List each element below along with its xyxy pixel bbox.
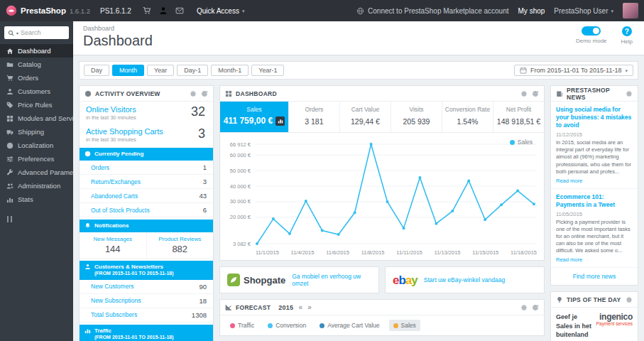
kpi-net-profit[interactable]: Net Profit 148 918,51 € xyxy=(493,102,544,132)
customers-newsletters-title: Customers & Newsletters xyxy=(94,264,163,270)
ebay-promo-link[interactable]: Start uw eBay-winkel vandaag xyxy=(424,276,505,283)
kpi-visits-label: Visits xyxy=(391,106,442,113)
forecast-panel-title: FORECAST xyxy=(236,304,271,311)
sidebar-item-shipping[interactable]: Shipping xyxy=(0,125,73,139)
filter-year-button[interactable]: Year xyxy=(147,65,174,77)
pending-orders-link[interactable]: Orders xyxy=(91,164,109,171)
filter-month-1-button[interactable]: Month-1 xyxy=(211,65,249,77)
sidebar-item-preferences[interactable]: Preferences xyxy=(0,152,73,166)
search-input[interactable] xyxy=(21,29,65,36)
forecast-legend-label: Sales xyxy=(401,322,416,329)
shopgate-promo-link[interactable]: Ga mobiel en verhoog uw omzet xyxy=(292,273,371,287)
sidebar-item-orders[interactable]: Orders xyxy=(0,71,73,85)
help-icon[interactable]: ? xyxy=(622,26,632,36)
read-more-link[interactable]: Read more xyxy=(556,178,582,184)
sliders-icon xyxy=(6,156,13,163)
search-type-caret-icon[interactable]: ▾ xyxy=(16,31,18,36)
sidebar-item-catalog[interactable]: Catalog xyxy=(0,58,73,71)
sidebar-item-modules-and-services[interactable]: Modules and Services xyxy=(0,112,73,125)
kpi-conversion-label: Conversion Rate xyxy=(442,106,493,113)
refresh-icon[interactable] xyxy=(532,90,539,97)
user-avatar[interactable] xyxy=(623,3,638,18)
date-range-picker[interactable]: From 2015-11-01 To 2015-11-18 ▾ xyxy=(514,65,633,76)
shopgate-leaf-icon xyxy=(227,274,240,286)
filter-month-button[interactable]: Month xyxy=(112,65,144,77)
sidebar-item-advanced-parameters[interactable]: Advanced Parameters xyxy=(0,166,73,179)
orders-notifications-icon[interactable] xyxy=(143,6,151,15)
filter-day-1-button[interactable]: Day-1 xyxy=(177,65,208,77)
new-customers-link[interactable]: New Customers xyxy=(91,283,133,290)
x-axis-tick-label: 11/6/2015 xyxy=(326,249,349,256)
messages-notifications-icon[interactable] xyxy=(175,6,184,15)
sidebar-item-stats[interactable]: Stats xyxy=(0,193,73,206)
forecast-next-icon[interactable]: » xyxy=(307,304,312,311)
kpi-orders[interactable]: Orders 3 181 xyxy=(288,102,339,132)
total-subscribers-link[interactable]: Total Subscribers xyxy=(91,311,137,318)
sales-detail-badge-icon[interactable] xyxy=(275,117,285,126)
sidebar-item-label: Dashboard xyxy=(18,47,50,55)
forecast-legend-average-cart-value[interactable]: Average Cart Value xyxy=(315,320,383,331)
online-visitors-link[interactable]: Online Visitors xyxy=(86,105,136,114)
refresh-icon[interactable] xyxy=(201,90,208,97)
news-article-title-link[interactable]: Using social media for your business: 4 … xyxy=(556,106,633,129)
gear-icon[interactable] xyxy=(626,90,633,97)
prestashop-news-panel: PRESTASHOP NEWS Using social media for y… xyxy=(550,85,638,286)
prestashop-logo[interactable]: PrestaShop 1.6.1.2 xyxy=(0,5,96,16)
filter-day-button[interactable]: Day xyxy=(84,65,109,77)
forecast-year[interactable]: 2015 xyxy=(278,304,293,311)
news-article-title-link[interactable]: Ecommerce 101: Payments in a Tweet xyxy=(556,193,633,209)
find-more-news-link[interactable]: Find more news xyxy=(551,268,638,285)
sidebar-item-administration[interactable]: Administration xyxy=(0,179,73,193)
tips-content: Geef je Sales in het buitenland een Boos… xyxy=(551,308,638,341)
gear-icon[interactable] xyxy=(520,304,528,311)
gear-icon[interactable] xyxy=(626,296,633,303)
tag-icon xyxy=(6,102,13,109)
chart-line-icon xyxy=(225,304,232,311)
shop-name-link[interactable]: PS1.6.1.2 xyxy=(100,7,131,15)
abandoned-carts-link[interactable]: Abandoned Carts xyxy=(91,193,138,200)
center-column: DASHBOARD Sales 411 759,00 € xyxy=(219,85,545,336)
demo-mode-toggle[interactable] xyxy=(582,26,601,36)
user-menu[interactable]: PrestaShop User ▾ xyxy=(554,7,613,15)
filter-year-1-button[interactable]: Year-1 xyxy=(251,65,284,77)
topbar-notification-icons xyxy=(143,6,184,15)
news-panel-title: PRESTASHOP NEWS xyxy=(567,87,622,101)
return-exchanges-link[interactable]: Return/Exchanges xyxy=(91,178,141,185)
forecast-legend-sales[interactable]: Sales xyxy=(389,320,420,331)
date-filter-bar: Day Month Year Day-1 Month-1 Year-1 From… xyxy=(79,61,638,80)
gear-icon[interactable] xyxy=(520,90,528,97)
ebay-letter: y xyxy=(411,274,417,287)
forecast-legend-traffic[interactable]: Traffic xyxy=(226,320,258,331)
kpi-cart-value[interactable]: Cart Value 129,44 € xyxy=(339,102,391,132)
customers-notifications-icon[interactable] xyxy=(159,6,168,15)
quick-access-menu[interactable]: Quick Access ▾ xyxy=(197,7,245,15)
kpi-conversion-rate[interactable]: Conversion Rate 1.54% xyxy=(442,102,493,132)
topbar: PrestaShop 1.6.1.2 PS1.6.1.2 Quick Acces… xyxy=(0,0,644,21)
product-reviews-cell[interactable]: Product Reviews 882 xyxy=(146,232,214,258)
forecast-legend-conversion[interactable]: Conversion xyxy=(263,320,310,331)
refresh-icon[interactable] xyxy=(532,304,539,311)
sidebar-search: ▾ xyxy=(4,26,69,39)
marketplace-link[interactable]: Connect to PrestaShop Marketplace accoun… xyxy=(356,7,508,15)
sidebar-collapse-icon[interactable] xyxy=(7,216,66,222)
sidebar-item-dashboard[interactable]: Dashboard xyxy=(0,44,73,58)
sidebar-item-label: Customers xyxy=(18,87,50,95)
out-of-stock-link[interactable]: Out of Stock Products xyxy=(91,207,150,214)
sidebar-item-customers[interactable]: Customers xyxy=(0,85,73,98)
new-messages-cell[interactable]: New Messages 144 xyxy=(80,232,146,258)
gear-icon[interactable] xyxy=(190,90,197,97)
forecast-prev-icon[interactable]: « xyxy=(298,304,302,311)
kpi-orders-value: 3 181 xyxy=(289,117,339,126)
my-shop-link[interactable]: My shop xyxy=(518,7,545,15)
kpi-conversion-value: 1.54% xyxy=(442,117,493,126)
active-carts-link[interactable]: Active Shopping Carts xyxy=(86,127,163,136)
new-subscriptions-link[interactable]: New Subscriptions xyxy=(91,297,141,304)
sidebar-item-localization[interactable]: Localization xyxy=(0,139,73,152)
sidebar-item-price-rules[interactable]: Price Rules xyxy=(0,98,73,112)
kpi-sales[interactable]: Sales 411 759,00 € xyxy=(220,102,288,132)
search-icon[interactable] xyxy=(8,30,14,36)
sidebar-item-label: Price Rules xyxy=(18,101,53,109)
kpi-visits-value: 205 939 xyxy=(391,117,442,126)
read-more-link[interactable]: Read more xyxy=(556,256,582,263)
kpi-visits[interactable]: Visits 205 939 xyxy=(391,102,442,132)
